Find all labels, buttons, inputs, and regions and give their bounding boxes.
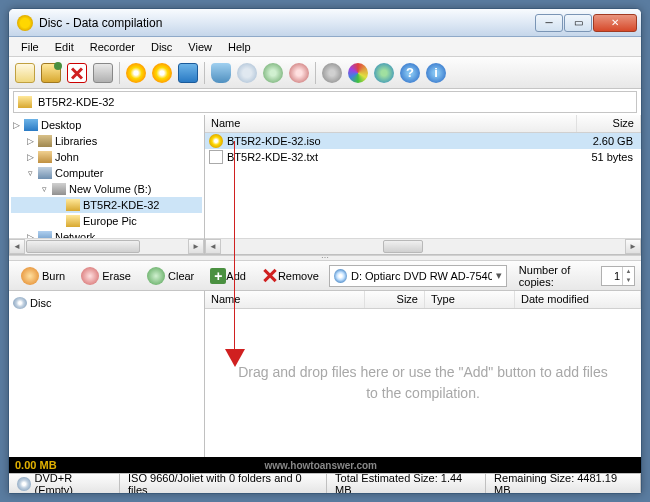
settings-button[interactable] <box>320 61 344 85</box>
node-icon <box>24 119 38 131</box>
tree-scrollbar[interactable]: ◄► <box>9 238 204 254</box>
burn-button[interactable]: Burn <box>15 264 71 288</box>
clear-button[interactable]: Clear <box>141 264 200 288</box>
database-button[interactable] <box>209 61 233 85</box>
file-size: 2.60 GB <box>581 135 641 147</box>
tree-item[interactable]: ▷Libraries <box>11 133 202 149</box>
burn-disc-button[interactable] <box>124 61 148 85</box>
node-icon <box>52 183 66 195</box>
tree-item[interactable]: BT5R2-KDE-32 <box>11 197 202 213</box>
new-icon <box>15 63 35 83</box>
disc-root[interactable]: Disc <box>13 295 200 311</box>
col-type[interactable]: Type <box>425 291 515 308</box>
erase-button[interactable]: Erase <box>75 264 137 288</box>
folder-icon <box>18 96 32 108</box>
file-scrollbar[interactable]: ◄► <box>205 238 641 254</box>
tree-item[interactable]: ▿New Volume (B:) <box>11 181 202 197</box>
color-wheel-icon <box>348 63 368 83</box>
expand-icon[interactable]: ▷ <box>25 152 36 163</box>
tree-item[interactable]: ▷Network <box>11 229 202 238</box>
drop-zone[interactable]: Drag and drop files here or use the "Add… <box>205 309 641 457</box>
file-list-header[interactable]: Name Size <box>205 115 641 133</box>
horizontal-splitter[interactable] <box>9 255 641 261</box>
menu-view[interactable]: View <box>180 39 220 55</box>
toolbar: ? i <box>9 57 641 89</box>
new-button[interactable] <box>13 61 37 85</box>
open-icon <box>41 63 61 83</box>
compilation-header[interactable]: Name Size Type Date modified <box>205 291 641 309</box>
status-bar: DVD+R (Empty) ISO 9660/Joliet with 0 fol… <box>9 473 641 493</box>
menu-help[interactable]: Help <box>220 39 259 55</box>
col-size[interactable]: Size <box>365 291 425 308</box>
themes-button[interactable] <box>346 61 370 85</box>
expand-icon[interactable]: ▷ <box>25 136 36 147</box>
file-row[interactable]: BT5R2-KDE-32.iso2.60 GB <box>205 133 641 149</box>
save-button[interactable] <box>176 61 200 85</box>
burn-icon <box>21 267 39 285</box>
file-name: BT5R2-KDE-32.txt <box>227 151 581 163</box>
globe-icon <box>374 63 394 83</box>
expand-icon[interactable] <box>53 216 64 227</box>
open-button[interactable] <box>39 61 63 85</box>
web-button[interactable] <box>372 61 396 85</box>
menu-disc[interactable]: Disc <box>143 39 180 55</box>
maximize-button[interactable]: ▭ <box>564 14 592 32</box>
print-button[interactable] <box>91 61 115 85</box>
tree-item[interactable]: Europe Pic <box>11 213 202 229</box>
remove-button[interactable]: Remove <box>256 264 325 288</box>
node-label: John <box>55 151 79 163</box>
main-window: Disc - Data compilation ─ ▭ ✕ File Edit … <box>8 8 642 494</box>
expand-icon[interactable] <box>53 200 64 211</box>
node-label: Desktop <box>41 119 81 131</box>
remove-icon <box>262 268 278 284</box>
node-label: Europe Pic <box>83 215 137 227</box>
close-button[interactable]: ✕ <box>593 14 637 32</box>
file-row[interactable]: BT5R2-KDE-32.txt51 bytes <box>205 149 641 165</box>
help-button[interactable]: ? <box>398 61 422 85</box>
menu-file[interactable]: File <box>13 39 47 55</box>
spin-up[interactable]: ▲ <box>622 267 634 276</box>
convert-button[interactable] <box>261 61 285 85</box>
expand-icon[interactable]: ▷ <box>11 120 22 131</box>
tree-item[interactable]: ▷John <box>11 149 202 165</box>
erase-icon <box>81 267 99 285</box>
col-name[interactable]: Name <box>205 291 365 308</box>
copies-label: Number of copies: <box>519 264 597 288</box>
menu-recorder[interactable]: Recorder <box>82 39 143 55</box>
about-button[interactable]: i <box>424 61 448 85</box>
delete-button[interactable] <box>65 61 89 85</box>
copies-stepper[interactable]: ▲▼ <box>601 266 635 286</box>
tree-item[interactable]: ▿Computer <box>11 165 202 181</box>
node-label: Network <box>55 231 95 238</box>
separator <box>119 62 120 84</box>
expand-icon[interactable]: ▿ <box>39 184 50 195</box>
compilation-tree[interactable]: Disc <box>9 291 205 457</box>
minimize-button[interactable]: ─ <box>535 14 563 32</box>
node-icon <box>38 167 52 179</box>
drive-label: D: Optiarc DVD RW AD-7540A <box>351 270 492 282</box>
spin-down[interactable]: ▼ <box>622 276 634 285</box>
col-name[interactable]: Name <box>205 115 577 132</box>
separator <box>315 62 316 84</box>
copies-input[interactable] <box>602 270 622 282</box>
info-icon: i <box>426 63 446 83</box>
history-button[interactable] <box>235 61 259 85</box>
erase-disc-button[interactable] <box>287 61 311 85</box>
command-bar: Burn Erase Clear Add Remove D: Optiarc D… <box>9 261 641 291</box>
menu-edit[interactable]: Edit <box>47 39 82 55</box>
tree-item[interactable]: ▷Desktop <box>11 117 202 133</box>
breadcrumb[interactable]: BT5R2-KDE-32 <box>13 91 637 113</box>
add-button[interactable]: Add <box>204 264 252 288</box>
plus-icon <box>210 268 226 284</box>
disc-copy-icon <box>152 63 172 83</box>
titlebar[interactable]: Disc - Data compilation ─ ▭ ✕ <box>9 9 641 37</box>
expand-icon[interactable]: ▿ <box>25 168 36 179</box>
col-size[interactable]: Size <box>577 115 641 132</box>
copy-disc-button[interactable] <box>150 61 174 85</box>
drive-selector[interactable]: D: Optiarc DVD RW AD-7540A ▾ <box>329 265 507 287</box>
folder-tree[interactable]: ▷Desktop▷Libraries▷John▿Computer▿New Vol… <box>9 115 205 254</box>
col-date[interactable]: Date modified <box>515 291 641 308</box>
file-name: BT5R2-KDE-32.iso <box>227 135 581 147</box>
save-icon <box>178 63 198 83</box>
file-icon <box>209 150 223 164</box>
